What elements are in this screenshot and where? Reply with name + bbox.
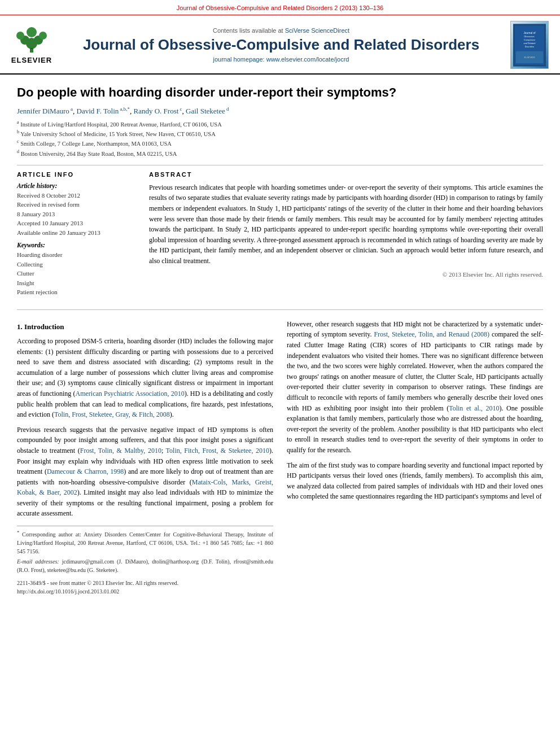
elsevier-tree-icon [15, 25, 49, 55]
main-content: Do people with hoarding disorder under-r… [0, 75, 560, 606]
keywords-label: Keywords: [17, 242, 135, 248]
affil-3: c Smith College, 7 College Lane, Northam… [17, 138, 543, 148]
svg-point-4 [16, 32, 24, 40]
history-label: Article history: [17, 182, 135, 189]
section-1-num: 1. [17, 322, 23, 331]
journal-title-area: Contents lists available at SciVerse Sci… [62, 27, 500, 63]
body-para-3: However, other research suggests that HD… [287, 319, 543, 456]
abstract-label: ABSTRACT [149, 171, 543, 178]
author-4: Gail Steketee [186, 107, 225, 115]
keywords-list: Hoarding disorder Collecting Clutter Ins… [17, 250, 135, 297]
svg-text:ELSEVIER: ELSEVIER [524, 56, 535, 59]
body-col-right: However, other research suggests that HD… [287, 319, 543, 596]
authors-line: Jennifer DiMauro a, David F. Tolin a,b,*… [17, 106, 543, 116]
ref-damecour-1998[interactable]: Damecour & Charron, 1998 [47, 468, 124, 475]
affil-1: a Institute of Living/Hartford Hospital,… [17, 119, 543, 129]
body-col-left: 1. Introduction According to proposed DS… [17, 319, 273, 596]
article-info-col: ARTICLE INFO Article history: Received 8… [17, 171, 135, 302]
keywords-block: Keywords: Hoarding disorder Collecting C… [17, 242, 135, 297]
journal-homepage: journal homepage: www.elsevier.com/locat… [62, 56, 500, 63]
svg-point-6 [27, 27, 37, 37]
section-1-title: Introduction [24, 322, 64, 331]
author-1: Jennifer DiMauro [17, 107, 69, 115]
keyword-1: Hoarding disorder [17, 250, 135, 260]
branding-area: ELSEVIER Contents lists available at Sci… [0, 15, 560, 75]
abstract-col: ABSTRACT Previous research indicates tha… [149, 171, 543, 302]
keyword-3: Clutter [17, 269, 135, 278]
svg-text:and Related: and Related [524, 42, 536, 45]
body-para-1: According to proposed DSM-5 criteria, ho… [17, 336, 273, 420]
article-history-block: Article history: Received 8 October 2012… [17, 182, 135, 238]
section-divider-2 [17, 309, 543, 310]
copyright-line: © 2013 Elsevier Inc. All rights reserved… [149, 271, 543, 278]
elsevier-logo: ELSEVIER [11, 25, 52, 64]
body-para-2: Previous research suggests that the perv… [17, 425, 273, 519]
journal-main-title: Journal of Obsessive-Compulsive and Rela… [62, 36, 500, 54]
author-2: David F. Tolin [77, 107, 119, 115]
ref-tolin-2010[interactable]: Tolin, Fitch, Frost, & Steketee, 2010 [166, 447, 269, 455]
svg-rect-7 [30, 48, 33, 49]
info-abstract-row: ARTICLE INFO Article history: Received 8… [17, 171, 543, 302]
article-info-label: ARTICLE INFO [17, 171, 135, 178]
keyword-2: Collecting [17, 260, 135, 269]
section-divider-1 [17, 165, 543, 165]
keyword-4: Insight [17, 278, 135, 288]
ref-mataix-2002[interactable]: Mataix-Cols, Marks, Greist, Kobak, & Bae… [17, 478, 273, 497]
received-date: Received 8 October 2012 Received in revi… [17, 191, 135, 238]
article-title: Do people with hoarding disorder under-r… [17, 85, 543, 101]
footnote-area: * Corresponding author at: Anxiety Disor… [17, 526, 273, 596]
ref-frost-2010[interactable]: Frost, Tolin, & Maltby, 2010 [80, 447, 161, 455]
svg-text:Compulsive: Compulsive [524, 39, 535, 41]
svg-point-5 [39, 32, 47, 40]
ref-tolin-et-al-2010[interactable]: Tolin et al., 2010 [449, 404, 499, 412]
footnote-email: E-mail addresses: jcdimauro@gmail.com (J… [17, 557, 273, 574]
ref-apa-2010[interactable]: American Psychiatric Association, 2010 [75, 390, 184, 397]
doi-line-2: http://dx.doi.org/10.1016/j.jocrd.2013.0… [17, 587, 273, 596]
affil-2: b Yale University School of Medicine, 15… [17, 129, 543, 138]
doi-area: 2211-3649/$ - see front matter © 2013 El… [17, 579, 273, 596]
abstract-text: Previous research indicates that people … [149, 182, 543, 267]
affiliations: a Institute of Living/Hartford Hospital,… [17, 119, 543, 158]
journal-header-bar: Journal of Obsessive-Compulsive and Rela… [0, 0, 560, 15]
body-content: 1. Introduction According to proposed DS… [17, 319, 543, 596]
ref-frost-2008[interactable]: Frost, Steketee, Tolin, and Renaud (2008… [374, 330, 489, 338]
sciverse-link[interactable]: SciVerse ScienceDirect [285, 27, 349, 34]
homepage-url[interactable]: www.elsevier.com/locate/jocrd [266, 56, 349, 63]
keyword-5: Patient rejection [17, 287, 135, 297]
svg-text:Disorders: Disorders [525, 45, 535, 47]
contents-line: Contents lists available at SciVerse Sci… [62, 27, 500, 34]
author-3: Randy O. Frost [134, 107, 179, 115]
svg-text:Obsessive-: Obsessive- [524, 36, 535, 38]
ref-tolin-2008[interactable]: Tolin, Frost, Steketee, Gray, & Fitch, 2… [54, 410, 170, 418]
footnote-star-text: * Corresponding author at: Anxiety Disor… [17, 530, 273, 556]
body-para-4: The aim of the first study was to compar… [287, 460, 543, 502]
journal-cover-image: Journal of Obsessive- Compulsive and Rel… [510, 21, 549, 69]
svg-text:Journal of: Journal of [523, 31, 536, 34]
doi-line-1: 2211-3649/$ - see front matter © 2013 El… [17, 579, 273, 587]
affil-4: d Boston University, 264 Bay State Road,… [17, 148, 543, 158]
elsevier-wordmark: ELSEVIER [11, 56, 52, 64]
section-1-heading: 1. Introduction [17, 321, 273, 333]
journal-ref-text: Journal of Obsessive-Compulsive and Rela… [177, 5, 383, 11]
